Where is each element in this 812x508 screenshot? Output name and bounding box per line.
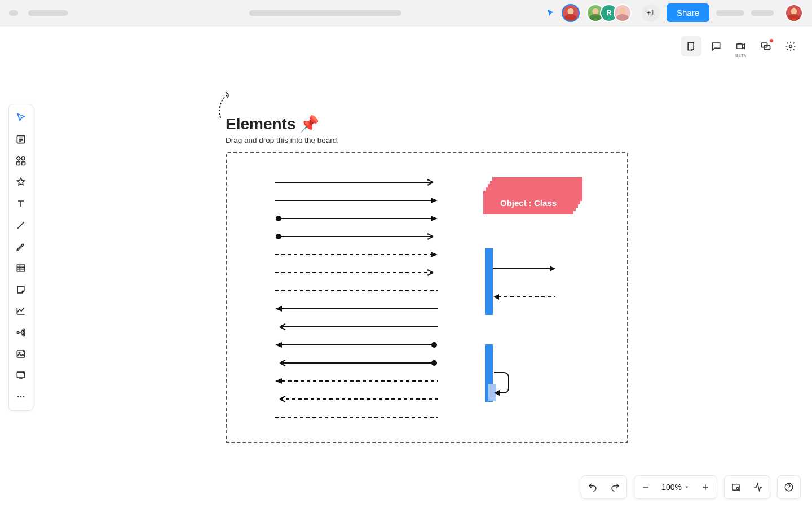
svg-marker-44 (550, 266, 555, 271)
header-right: R +1 Share (546, 3, 803, 22)
object-class-stack[interactable]: Object : Class (482, 177, 584, 217)
chart-tool[interactable] (11, 301, 31, 321)
line-tool[interactable] (11, 215, 31, 235)
svg-point-18 (23, 396, 25, 398)
svg-point-11 (23, 331, 24, 333)
zoom-level[interactable]: 100% (657, 483, 694, 492)
text-tool[interactable] (11, 194, 31, 214)
minimap-button[interactable] (725, 476, 747, 498)
svg-rect-6 (17, 162, 20, 165)
help-button[interactable] (778, 476, 800, 498)
svg-marker-28 (431, 252, 438, 257)
svg-marker-39 (275, 378, 282, 384)
header-left (9, 10, 105, 16)
section-subtitle: Drag and drop this into the board. (226, 136, 339, 144)
svg-marker-21 (431, 198, 438, 203)
header-center (105, 10, 546, 16)
svg-point-51 (788, 489, 789, 490)
title-placeholder[interactable] (28, 10, 68, 16)
chevron-down-icon (684, 484, 690, 490)
svg-point-10 (23, 329, 24, 330)
svg-point-5 (21, 157, 25, 160)
svg-rect-7 (22, 162, 25, 165)
svg-point-9 (17, 331, 19, 333)
svg-point-17 (20, 396, 22, 398)
arrow-elements-column (275, 178, 438, 431)
svg-marker-34 (275, 342, 282, 348)
svg-point-36 (431, 342, 437, 348)
pin-icon: 📌 (299, 115, 319, 133)
mindmap-tool[interactable] (11, 322, 31, 343)
arrow-lost-left-open[interactable] (275, 359, 438, 367)
arrow-found-solid-right[interactable] (275, 214, 438, 222)
left-toolbar (8, 104, 33, 411)
svg-marker-32 (275, 306, 282, 312)
section-title: Elements 📌 (226, 115, 319, 133)
templates-tool[interactable] (11, 129, 31, 150)
arrow-solid-left-filled[interactable] (275, 305, 438, 313)
arrow-dashed-right-open[interactable] (275, 269, 438, 277)
svg-marker-46 (493, 294, 499, 300)
svg-point-22 (276, 216, 281, 221)
view-group (724, 475, 770, 499)
line-dashed[interactable] (275, 287, 438, 295)
menu-placeholder[interactable] (9, 10, 18, 16)
avatar[interactable] (614, 4, 632, 22)
svg-point-12 (23, 334, 24, 336)
svg-point-16 (17, 396, 19, 398)
object-card-label: Object : Class (500, 198, 557, 208)
zoom-in-button[interactable] (694, 476, 717, 498)
more-avatars[interactable]: +1 (642, 4, 660, 22)
lifeline-call-return[interactable] (493, 263, 561, 303)
line-dashed-2[interactable] (275, 413, 438, 421)
sticky-tool[interactable] (11, 279, 31, 300)
menu-placeholder[interactable] (716, 10, 744, 16)
svg-point-25 (276, 234, 281, 239)
table-tool[interactable] (11, 258, 31, 278)
arrow-dashed-left-filled[interactable] (275, 377, 438, 385)
svg-marker-47 (494, 390, 500, 396)
board-name-placeholder[interactable] (249, 10, 401, 16)
pen-tool[interactable] (11, 237, 31, 257)
svg-point-38 (431, 360, 437, 366)
history-group (581, 475, 627, 499)
lifeline-activation[interactable] (485, 248, 493, 315)
section-title-text: Elements (226, 115, 296, 133)
account-avatar[interactable] (785, 4, 803, 22)
arrow-found-open-right[interactable] (275, 233, 438, 240)
arrow-lost-left-filled[interactable] (275, 341, 438, 349)
image-tool[interactable] (11, 344, 31, 364)
widgets-tool[interactable] (11, 151, 31, 171)
select-tool[interactable] (11, 108, 31, 128)
shapes-tool[interactable] (11, 172, 31, 192)
arrow-dashed-right-filled[interactable] (275, 251, 438, 259)
svg-point-49 (736, 487, 739, 489)
arrow-solid-right-open[interactable] (275, 178, 438, 186)
activity-button[interactable] (747, 476, 770, 498)
pointer-presence-icon (546, 8, 555, 17)
menu-placeholder[interactable] (751, 10, 774, 16)
zoom-out-button[interactable] (634, 476, 657, 498)
help-group (777, 475, 801, 499)
more-tools[interactable] (11, 387, 31, 407)
canvas[interactable]: Elements 📌 Drag and drop this into the b… (34, 26, 812, 508)
my-avatar[interactable] (562, 4, 580, 22)
zoom-group: 100% (634, 475, 717, 499)
top-header: R +1 Share (0, 0, 812, 26)
arrow-solid-left-open[interactable] (275, 323, 438, 331)
object-card: Object : Class (483, 191, 573, 214)
svg-marker-24 (431, 216, 438, 221)
share-button[interactable]: Share (667, 3, 709, 22)
redo-button[interactable] (604, 476, 626, 498)
undo-button[interactable] (581, 476, 604, 498)
collaborator-avatars[interactable]: R (586, 4, 632, 22)
zoom-level-text: 100% (661, 483, 682, 492)
bottom-bar: 100% (581, 475, 801, 499)
self-message-arrow[interactable] (493, 370, 515, 398)
svg-rect-8 (17, 265, 24, 271)
arrow-dashed-left-open[interactable] (275, 395, 438, 403)
arrow-solid-right-filled[interactable] (275, 196, 438, 204)
frame-tool[interactable] (11, 365, 31, 386)
